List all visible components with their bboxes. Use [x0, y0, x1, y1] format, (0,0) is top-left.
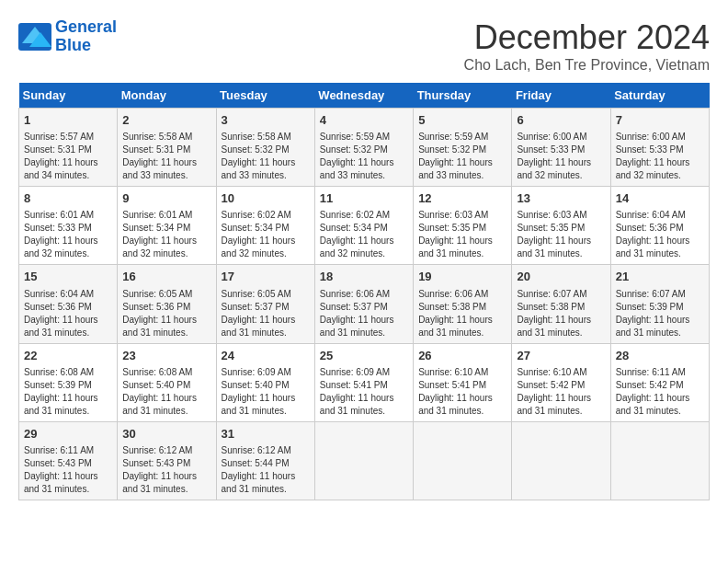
day-detail: Sunrise: 6:04 AM Sunset: 5:36 PM Dayligh… — [616, 209, 704, 260]
day-number: 8 — [24, 190, 112, 207]
day-number: 13 — [517, 190, 605, 207]
day-detail: Sunrise: 5:59 AM Sunset: 5:32 PM Dayligh… — [418, 131, 506, 182]
day-detail: Sunrise: 6:10 AM Sunset: 5:42 PM Dayligh… — [517, 366, 605, 418]
calendar-week-5: 29Sunrise: 6:11 AM Sunset: 5:43 PM Dayli… — [19, 421, 710, 500]
day-number: 18 — [320, 269, 408, 285]
day-detail: Sunrise: 5:57 AM Sunset: 5:31 PM Dayligh… — [24, 131, 112, 182]
day-number: 17 — [222, 269, 310, 285]
day-detail: Sunrise: 6:12 AM Sunset: 5:43 PM Dayligh… — [122, 444, 210, 496]
calendar-cell: 9Sunrise: 6:01 AM Sunset: 5:34 PM Daylig… — [118, 187, 216, 265]
day-detail: Sunrise: 6:06 AM Sunset: 5:38 PM Dayligh… — [418, 288, 506, 339]
day-number: 31 — [222, 426, 310, 442]
calendar-week-2: 8Sunrise: 6:01 AM Sunset: 5:33 PM Daylig… — [19, 187, 710, 265]
day-number: 9 — [122, 190, 210, 207]
calendar-cell: 14Sunrise: 6:04 AM Sunset: 5:36 PM Dayli… — [610, 187, 709, 265]
calendar-cell: 23Sunrise: 6:08 AM Sunset: 5:40 PM Dayli… — [118, 343, 216, 421]
logo-line2: Blue — [55, 36, 91, 54]
calendar-cell: 10Sunrise: 6:02 AM Sunset: 5:34 PM Dayli… — [216, 187, 314, 265]
day-detail: Sunrise: 5:58 AM Sunset: 5:32 PM Dayligh… — [222, 131, 310, 182]
day-detail: Sunrise: 6:12 AM Sunset: 5:44 PM Dayligh… — [222, 444, 310, 496]
day-detail: Sunrise: 6:05 AM Sunset: 5:36 PM Dayligh… — [122, 288, 210, 339]
page-header: General Blue December 2024 Cho Lach, Ben… — [18, 18, 710, 74]
day-number: 20 — [517, 269, 605, 285]
calendar-cell: 1Sunrise: 5:57 AM Sunset: 5:31 PM Daylig… — [19, 109, 118, 187]
calendar-cell: 16Sunrise: 6:05 AM Sunset: 5:36 PM Dayli… — [118, 265, 216, 343]
calendar-cell: 27Sunrise: 6:10 AM Sunset: 5:42 PM Dayli… — [512, 343, 610, 421]
calendar-cell: 20Sunrise: 6:07 AM Sunset: 5:38 PM Dayli… — [512, 265, 610, 343]
day-detail: Sunrise: 6:09 AM Sunset: 5:40 PM Dayligh… — [222, 366, 310, 418]
day-detail: Sunrise: 6:09 AM Sunset: 5:41 PM Dayligh… — [320, 366, 408, 418]
day-detail: Sunrise: 6:04 AM Sunset: 5:36 PM Dayligh… — [24, 288, 112, 339]
calendar-cell: 25Sunrise: 6:09 AM Sunset: 5:41 PM Dayli… — [314, 343, 413, 421]
day-number: 22 — [24, 348, 112, 364]
day-detail: Sunrise: 6:11 AM Sunset: 5:43 PM Dayligh… — [24, 444, 112, 496]
calendar-cell: 19Sunrise: 6:06 AM Sunset: 5:38 PM Dayli… — [414, 265, 512, 343]
day-number: 2 — [122, 112, 210, 129]
day-detail: Sunrise: 6:02 AM Sunset: 5:34 PM Dayligh… — [320, 209, 408, 260]
day-number: 6 — [517, 112, 605, 129]
day-number: 1 — [24, 112, 112, 129]
title-block: December 2024 Cho Lach, Ben Tre Province… — [464, 18, 710, 74]
calendar-cell: 30Sunrise: 6:12 AM Sunset: 5:43 PM Dayli… — [118, 421, 216, 500]
day-number: 29 — [24, 426, 112, 442]
calendar-cell: 24Sunrise: 6:09 AM Sunset: 5:40 PM Dayli… — [216, 343, 314, 421]
calendar-header-row: SundayMondayTuesdayWednesdayThursdayFrid… — [19, 83, 710, 109]
calendar-cell: 15Sunrise: 6:04 AM Sunset: 5:36 PM Dayli… — [19, 265, 118, 343]
calendar-cell: 26Sunrise: 6:10 AM Sunset: 5:41 PM Dayli… — [414, 343, 512, 421]
page-title: December 2024 — [464, 18, 710, 57]
day-number: 3 — [222, 112, 310, 129]
calendar-cell: 13Sunrise: 6:03 AM Sunset: 5:35 PM Dayli… — [512, 187, 610, 265]
day-header-monday: Monday — [118, 83, 216, 109]
day-detail: Sunrise: 6:00 AM Sunset: 5:33 PM Dayligh… — [517, 131, 605, 182]
day-number: 4 — [320, 112, 408, 129]
calendar-cell: 11Sunrise: 6:02 AM Sunset: 5:34 PM Dayli… — [314, 187, 413, 265]
calendar-cell — [610, 421, 709, 500]
calendar-cell — [512, 421, 610, 500]
day-detail: Sunrise: 5:58 AM Sunset: 5:31 PM Dayligh… — [122, 131, 210, 182]
day-detail: Sunrise: 6:03 AM Sunset: 5:35 PM Dayligh… — [517, 209, 605, 260]
day-detail: Sunrise: 6:07 AM Sunset: 5:39 PM Dayligh… — [616, 288, 704, 339]
calendar-cell — [414, 421, 512, 500]
calendar-week-3: 15Sunrise: 6:04 AM Sunset: 5:36 PM Dayli… — [19, 265, 710, 343]
day-header-friday: Friday — [512, 83, 610, 109]
day-detail: Sunrise: 6:00 AM Sunset: 5:33 PM Dayligh… — [616, 131, 704, 182]
page-subtitle: Cho Lach, Ben Tre Province, Vietnam — [464, 57, 710, 74]
logo-text: General Blue — [55, 18, 117, 55]
calendar-cell: 3Sunrise: 5:58 AM Sunset: 5:32 PM Daylig… — [216, 109, 314, 187]
day-number: 21 — [616, 269, 704, 285]
day-header-sunday: Sunday — [19, 83, 118, 109]
day-detail: Sunrise: 6:08 AM Sunset: 5:40 PM Dayligh… — [122, 366, 210, 418]
day-number: 28 — [616, 348, 704, 364]
day-number: 15 — [24, 269, 112, 285]
day-number: 30 — [122, 426, 210, 442]
day-number: 14 — [616, 190, 704, 207]
day-detail: Sunrise: 6:01 AM Sunset: 5:33 PM Dayligh… — [24, 209, 112, 260]
day-header-thursday: Thursday — [414, 83, 512, 109]
calendar-cell: 22Sunrise: 6:08 AM Sunset: 5:39 PM Dayli… — [19, 343, 118, 421]
day-header-saturday: Saturday — [610, 83, 709, 109]
calendar-cell: 18Sunrise: 6:06 AM Sunset: 5:37 PM Dayli… — [314, 265, 413, 343]
calendar-cell: 6Sunrise: 6:00 AM Sunset: 5:33 PM Daylig… — [512, 109, 610, 187]
calendar-cell: 12Sunrise: 6:03 AM Sunset: 5:35 PM Dayli… — [414, 187, 512, 265]
day-number: 25 — [320, 348, 408, 364]
logo-line1: General — [55, 17, 117, 36]
day-number: 11 — [320, 190, 408, 207]
day-number: 19 — [418, 269, 506, 285]
calendar-week-1: 1Sunrise: 5:57 AM Sunset: 5:31 PM Daylig… — [19, 109, 710, 187]
day-detail: Sunrise: 6:08 AM Sunset: 5:39 PM Dayligh… — [24, 366, 112, 418]
calendar-week-4: 22Sunrise: 6:08 AM Sunset: 5:39 PM Dayli… — [19, 343, 710, 421]
calendar-cell: 17Sunrise: 6:05 AM Sunset: 5:37 PM Dayli… — [216, 265, 314, 343]
calendar-cell: 29Sunrise: 6:11 AM Sunset: 5:43 PM Dayli… — [19, 421, 118, 500]
day-detail: Sunrise: 6:01 AM Sunset: 5:34 PM Dayligh… — [122, 209, 210, 260]
logo-icon — [18, 23, 51, 51]
calendar-cell: 28Sunrise: 6:11 AM Sunset: 5:42 PM Dayli… — [610, 343, 709, 421]
day-header-wednesday: Wednesday — [314, 83, 413, 109]
calendar-cell: 2Sunrise: 5:58 AM Sunset: 5:31 PM Daylig… — [118, 109, 216, 187]
day-detail: Sunrise: 6:06 AM Sunset: 5:37 PM Dayligh… — [320, 288, 408, 339]
day-number: 27 — [517, 348, 605, 364]
day-detail: Sunrise: 5:59 AM Sunset: 5:32 PM Dayligh… — [320, 131, 408, 182]
day-number: 26 — [418, 348, 506, 364]
day-number: 23 — [122, 348, 210, 364]
calendar-cell: 7Sunrise: 6:00 AM Sunset: 5:33 PM Daylig… — [610, 109, 709, 187]
day-detail: Sunrise: 6:10 AM Sunset: 5:41 PM Dayligh… — [418, 366, 506, 418]
